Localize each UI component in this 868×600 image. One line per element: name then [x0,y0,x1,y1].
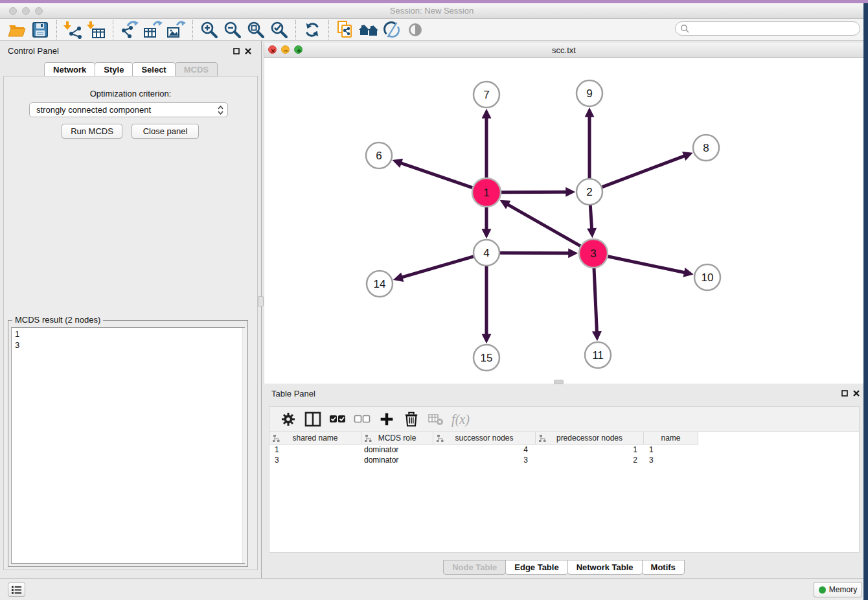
network-window-titlebar[interactable]: scc.txt [264,43,863,58]
table-row[interactable]: 1 dominator 4 1 1 [269,444,859,455]
graph-edge-2-3[interactable] [590,205,592,235]
graph-node-label: 1 [483,187,489,199]
export-image-icon[interactable] [165,20,188,40]
column-header[interactable]: MCDS role [361,432,433,444]
toolbar-separator [192,20,193,40]
graph-node-label: 3 [590,248,596,260]
table-tabs: Node Table Edge Table Network Table Moti… [264,560,863,575]
table-settings-icon[interactable] [276,410,301,429]
table-header-row: shared name MCDS role successor nodes pr… [269,432,859,444]
graph-edge-1-2[interactable] [501,192,572,192]
open-session-icon[interactable] [5,20,29,40]
result-scrollbar[interactable] [242,328,247,563]
tab-mcds[interactable]: MCDS [175,62,218,76]
search-icon [680,24,689,33]
export-table-icon[interactable] [141,20,165,40]
graph-edge-1-6[interactable] [396,161,473,188]
graph-edge-4-3[interactable] [500,253,575,253]
run-mcds-button[interactable]: Run MCDS [62,124,122,139]
table-row[interactable]: 3 dominator 3 2 3 [269,455,859,465]
graph-node-label: 10 [702,271,714,284]
cell-predecessor-nodes[interactable]: 2 [536,456,644,465]
cell-predecessor-nodes[interactable]: 1 [536,445,644,454]
apply-layout-icon[interactable] [301,20,324,40]
graph-edge-2-8[interactable] [602,154,690,187]
tab-network[interactable]: Network [44,62,95,76]
float-panel-icon[interactable] [232,47,241,56]
tab-select[interactable]: Select [132,62,175,76]
export-network-icon[interactable] [118,20,141,40]
mcds-result-text[interactable]: 1 3 [11,327,245,564]
cell-mcds-role[interactable]: dominator [361,445,433,454]
delete-row-icon[interactable] [399,410,424,429]
graph-edge-4-14[interactable] [396,257,474,279]
cell-name[interactable]: 1 [644,445,698,454]
style-preview-icon[interactable] [380,20,404,40]
close-panel-icon[interactable] [244,47,253,56]
search-input[interactable] [692,23,860,34]
network-canvas[interactable]: 1234678910111415 [264,58,863,384]
window-titlebar[interactable]: Session: New Session [0,3,863,19]
cell-successor-nodes[interactable]: 4 [433,445,536,454]
graph-node-label: 4 [483,247,489,259]
import-network-icon[interactable] [62,20,85,40]
column-header[interactable]: predecessor nodes [536,432,644,444]
graph-edge-3-1[interactable] [503,202,580,246]
column-header[interactable]: shared name [269,432,361,444]
column-type-icon [437,435,444,442]
graph-edge-3-11[interactable] [594,268,597,338]
criterion-dropdown[interactable]: strongly connected component [29,102,228,117]
graph-node-label: 6 [376,150,382,162]
save-session-icon[interactable] [29,20,52,40]
cell-name[interactable]: 3 [644,456,698,465]
table-panel-title: Table Panel [271,389,315,398]
delete-table-icon[interactable] [424,410,448,429]
task-history-button[interactable] [8,583,25,597]
cell-mcds-role[interactable]: dominator [361,456,433,465]
memory-button[interactable]: Memory [814,582,862,597]
close-panel-button[interactable]: Close panel [131,124,199,139]
table-splitter-grip[interactable] [554,380,564,384]
desktop-background-right [863,3,868,600]
zoom-in-icon[interactable] [198,20,221,40]
toolbar-separator [56,20,57,40]
cell-shared-name[interactable]: 1 [269,445,361,454]
graph-edge-3-10[interactable] [608,257,691,274]
graph-node-label: 2 [586,186,592,198]
graph-node-label: 11 [592,349,604,362]
column-header[interactable]: successor nodes [433,432,536,444]
toolbar-separator [113,20,113,40]
column-header[interactable]: name [644,432,698,444]
home-view-icon[interactable] [357,20,380,40]
table-close-icon[interactable] [852,389,861,398]
column-type-icon [273,435,280,442]
birdseye-view-icon[interactable] [404,20,427,40]
import-table-icon[interactable] [85,20,108,40]
splitter-grip[interactable] [258,296,264,306]
select-all-checkbox-icon[interactable] [325,410,350,429]
zoom-selected-icon[interactable] [268,20,291,40]
tab-motifs[interactable]: Motifs [642,560,685,575]
column-type-icon [365,435,372,442]
mcds-result-group: MCDS result (2 nodes) 1 3 [8,320,248,567]
memory-status-icon [819,586,826,594]
cell-successor-nodes[interactable]: 3 [433,456,536,465]
zoom-fit-icon[interactable] [244,20,268,40]
tab-edge-table[interactable]: Edge Table [505,560,567,575]
panel-splitter[interactable] [261,41,262,578]
search-field[interactable] [675,21,860,36]
table-float-icon[interactable] [840,389,849,398]
zoom-out-icon[interactable] [221,20,244,40]
tab-network-table[interactable]: Network Table [567,560,643,575]
window-title: Session: New Session [0,6,863,16]
function-builder-icon[interactable]: f(x) [448,410,473,429]
panel-columns-icon[interactable] [301,410,325,429]
tab-node-table[interactable]: Node Table [443,560,506,575]
cell-shared-name[interactable]: 3 [269,456,361,465]
unselect-all-checkbox-icon[interactable] [350,410,374,429]
tab-style[interactable]: Style [95,62,133,76]
toolbar-separator [295,20,296,40]
add-row-icon[interactable] [374,410,399,429]
clone-network-icon[interactable] [334,20,357,40]
chevron-up-down-icon [218,105,223,115]
